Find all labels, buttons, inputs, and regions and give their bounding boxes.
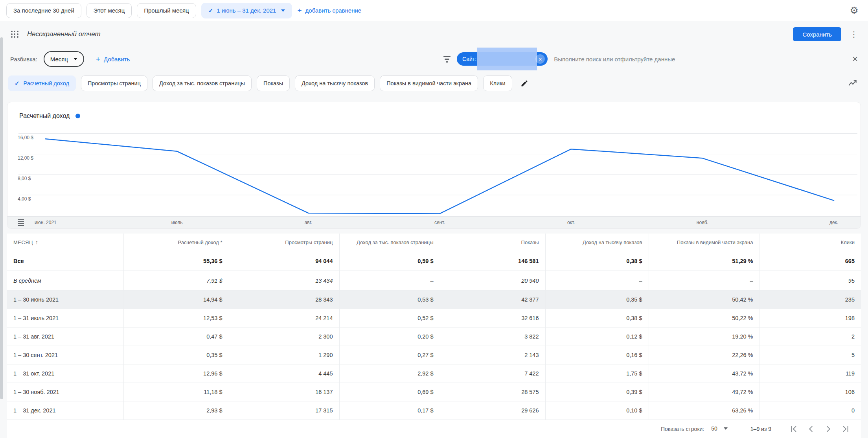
check-icon: ✓ [15, 80, 20, 87]
page-range-label: 1–9 из 9 [750, 426, 771, 432]
table-cell: 7,91 $ [123, 271, 229, 291]
first-page-button[interactable] [788, 423, 800, 435]
revenue-line-series [46, 139, 834, 213]
edit-metrics-icon[interactable] [520, 79, 528, 87]
x-axis-tick-label: нояб. [697, 220, 708, 225]
table-cell: 1,75 $ [545, 364, 649, 383]
add-comparison-button[interactable]: + добавить сравнение [297, 7, 361, 14]
y-axis-tick-label: 16,00 $ [18, 135, 33, 140]
toggle-chart-icon[interactable] [848, 78, 858, 88]
column-header[interactable]: Расчетный доход * [123, 234, 229, 251]
metric-chip[interactable]: Показы [257, 75, 290, 91]
close-filter-bar-icon[interactable]: × [850, 53, 860, 64]
table-cell: 20 940 [440, 271, 545, 291]
table-cell: 2 300 [229, 328, 339, 346]
table-row: 1 – 31 июль 202112,53 $24 2140,52 $32 61… [7, 309, 861, 328]
table-cell: 2 143 [440, 346, 545, 364]
gear-icon[interactable]: ⚙ [850, 5, 862, 16]
apps-grid-icon[interactable] [11, 31, 18, 38]
metric-chip[interactable]: Просмотры страниц [81, 75, 147, 91]
table-cell: 0,10 $ [545, 401, 649, 420]
column-header[interactable]: Клики [760, 234, 861, 251]
table-cell: 198 [760, 309, 861, 328]
metric-chip[interactable]: Клики [483, 75, 512, 91]
table-cell: 0,47 $ [123, 328, 229, 346]
table-row: 1 – 31 дек. 20212,93 $17 3150,17 $29 626… [7, 401, 861, 420]
filter-bar: Сайт: × Выполните поиск или отфильтруйте… [443, 47, 860, 71]
column-header[interactable]: Просмотры страниц [229, 234, 339, 251]
table-cell: 42 377 [440, 291, 545, 309]
remove-filter-icon[interactable]: × [535, 54, 545, 64]
column-header[interactable]: МЕСЯЦ↑ [7, 234, 123, 251]
table-cell: 119 [760, 364, 861, 383]
table-cell: 12,96 $ [123, 364, 229, 383]
last-page-button[interactable] [840, 423, 851, 435]
y-axis-tick-label: 4,00 $ [18, 196, 31, 202]
prev-page-button[interactable] [805, 423, 817, 435]
table-cell: 16 137 [229, 383, 339, 401]
metric-chip[interactable]: Доход за тыс. показов страницы [153, 75, 252, 91]
kebab-menu-icon[interactable]: ⋮ [850, 29, 858, 39]
column-header[interactable]: Показы в видимой части экрана [649, 234, 760, 251]
plus-icon: + [297, 7, 302, 14]
column-header[interactable]: Доход на тысячу показов [545, 234, 649, 251]
save-button[interactable]: Сохранить [793, 27, 841, 41]
metric-chip[interactable]: Показы в видимой части экрана [380, 75, 478, 91]
table-cell: 49,72 % [649, 383, 760, 401]
table-cell: 13 434 [229, 271, 339, 291]
filter-icon[interactable] [443, 56, 451, 63]
table-cell: 24 214 [229, 309, 339, 328]
add-breakdown-label: Добавить [104, 56, 130, 63]
x-axis-tick-label: авг. [305, 220, 312, 225]
date-range-chip[interactable]: ✓ 1 июнь – 31 дек. 2021 [201, 3, 292, 18]
table-cell: 0,16 $ [545, 346, 649, 364]
table-cell: – [545, 271, 649, 291]
table-cell: 28 343 [229, 291, 339, 309]
table-cell: 0,59 $ [339, 251, 440, 271]
table-cell: 5 [760, 346, 861, 364]
table-cell: 1 – 31 июль 2021 [7, 309, 123, 328]
filter-search-field[interactable]: Выполните поиск или отфильтруйте данные [554, 56, 675, 63]
table-body: Все55,36 $94 0440,59 $146 5810,38 $51,29… [7, 251, 861, 420]
metric-chip[interactable]: Доход на тысячу показов [295, 75, 375, 91]
table-cell: 51,29 % [649, 251, 760, 271]
rows-per-page-select[interactable]: 50 [708, 423, 732, 435]
table-cell: 0,35 $ [123, 346, 229, 364]
breakdown-select[interactable]: Месяц [44, 51, 84, 67]
x-axis-tick-label: июль [171, 220, 183, 225]
table-row: 1 – 31 окт. 202112,96 $4 4452,92 $7 4221… [7, 364, 861, 383]
x-axis-tick-label: окт. [567, 220, 575, 225]
next-page-button[interactable] [822, 423, 834, 435]
column-header[interactable]: Показы [440, 234, 545, 251]
table-cell: 22,26 % [649, 346, 760, 364]
preset-date-button[interactable]: Этот месяц [86, 3, 132, 18]
metric-chip-selected[interactable]: ✓ Расчетный доход [8, 75, 76, 91]
table-row: 1 – 30 сент. 20210,35 $1 2900,27 $2 1430… [7, 346, 861, 364]
table-cell: 32 616 [440, 309, 545, 328]
chart-card: Расчетный доход 16,00 $12,00 $8,00 $4,00… [7, 102, 861, 229]
preset-date-button[interactable]: Прошлый месяц [137, 3, 196, 18]
preset-date-button[interactable]: За последние 30 дней [6, 3, 81, 18]
table-cell: 0,12 $ [545, 328, 649, 346]
breakdown-label: Разбивка: [10, 56, 37, 63]
x-axis-tick-label: дек. [829, 220, 838, 225]
vertical-scrollbar-thumb[interactable] [0, 37, 3, 399]
table-cell: 7 422 [440, 364, 545, 383]
report-title: Несохраненный отчет [27, 30, 101, 38]
column-header[interactable]: Доход за тыс. показов страницы [339, 234, 440, 251]
table-cell: – [339, 271, 440, 291]
table-cell: 94 044 [229, 251, 339, 271]
table-cell: 1 – 30 нояб. 2021 [7, 383, 123, 401]
x-axis-tick-label: июн. 2021 [35, 220, 57, 225]
chart-menu-icon[interactable] [18, 219, 24, 226]
table-cell: 2 [760, 328, 861, 346]
site-filter-chip[interactable]: Сайт: × [457, 52, 548, 66]
table-cell: Все [7, 251, 123, 271]
chevron-down-icon [724, 427, 728, 430]
table-cell: 0 [760, 401, 861, 420]
table-cell: 2,93 $ [123, 401, 229, 420]
chevron-down-icon [281, 9, 285, 12]
breakdown-value: Месяц [50, 56, 68, 63]
add-breakdown-button[interactable]: + Добавить [96, 55, 130, 63]
table-cell: 4 445 [229, 364, 339, 383]
